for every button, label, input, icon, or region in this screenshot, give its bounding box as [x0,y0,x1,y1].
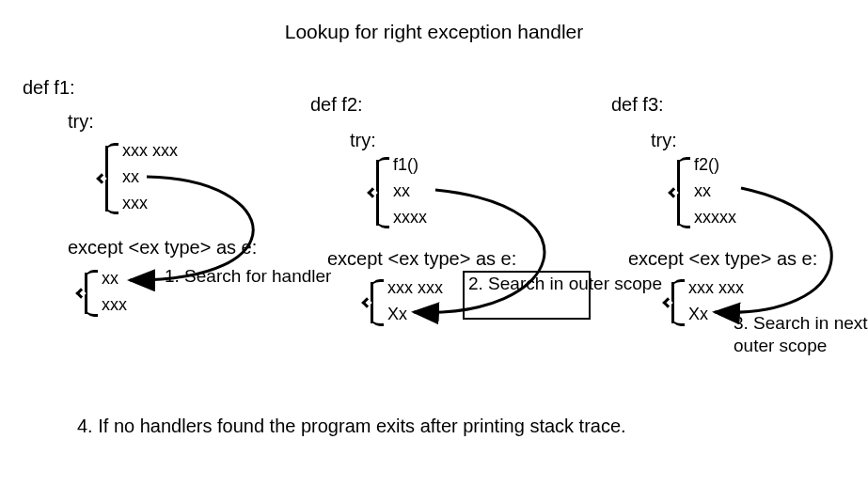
f1-try-line-2: xx [122,167,139,187]
note-2: 2. Search in outer scope [468,273,662,295]
note-1: 1. Search for handler [165,265,331,288]
f1-except-brace [85,273,87,314]
f3-def: def f3: [611,94,664,116]
f2-except-line-2: Xx [387,305,407,324]
f3-try-line-1: f2() [694,155,719,175]
f1-except-line-2: xxx [102,295,127,315]
f2-def: def f2: [310,94,363,116]
f2-try-line-3: xxxx [393,208,427,227]
f1-try-line-1: xxx xxx [122,141,178,161]
f2-try-line-1: f1() [393,155,418,175]
f2-try-line-2: xx [393,181,410,201]
f1-try-brace [105,146,108,212]
f3-except: except <ex type> as e: [628,248,817,270]
f1-except: except <ex type> as e: [68,237,257,259]
f2-try-brace [376,160,379,226]
f3-except-line-1: xxx xxx [688,278,744,298]
f3-except-line-2: Xx [688,305,708,324]
f2-try: try: [350,130,376,151]
f2-except-line-1: xxx xxx [387,278,443,298]
f3-try-brace [677,160,680,226]
f1-def: def f1: [23,77,75,99]
f3-try: try: [651,130,677,151]
f3-try-line-3: xxxxx [694,208,736,227]
f2-except-brace [371,282,373,323]
f3-except-brace [671,282,674,323]
note-3: 3. Search in next outer scope [734,312,868,357]
f1-try: try: [68,111,94,133]
footer-step-4: 4. If no handlers found the program exit… [77,416,626,437]
f1-try-line-3: xxx [122,194,148,213]
f1-except-line-1: xx [102,269,118,289]
diagram-title: Lookup for right exception handler [0,21,868,43]
f2-except: except <ex type> as e: [327,248,516,270]
f3-try-line-2: xx [694,181,711,201]
